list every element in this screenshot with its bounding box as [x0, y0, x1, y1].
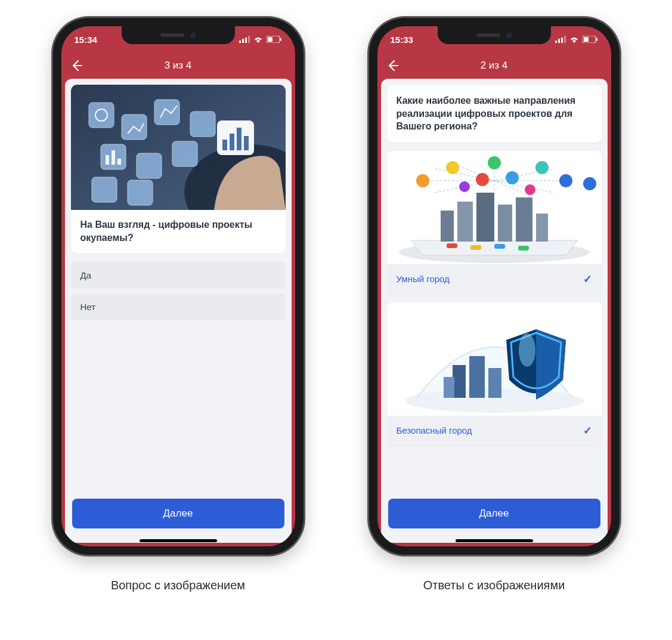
svg-rect-45	[470, 245, 481, 250]
app-header: 2 из 4	[377, 52, 611, 79]
wifi-icon	[253, 36, 263, 43]
image-answer-safe-city[interactable]: Безопасный город ✓	[387, 302, 602, 446]
svg-rect-31	[564, 36, 566, 43]
home-indicator[interactable]	[456, 539, 533, 542]
answer-label-row: Безопасный город ✓	[387, 416, 602, 446]
svg-rect-20	[222, 140, 227, 150]
svg-rect-39	[457, 202, 473, 242]
svg-point-55	[476, 173, 489, 186]
question-image	[71, 85, 286, 210]
svg-rect-10	[89, 103, 114, 128]
svg-rect-67	[488, 368, 501, 398]
svg-rect-42	[516, 197, 532, 242]
svg-point-54	[446, 161, 459, 174]
svg-rect-27	[117, 159, 121, 165]
svg-rect-38	[441, 211, 454, 242]
svg-rect-3	[248, 36, 250, 43]
question-card: На Ваш взгляд - цифровые проекты окупаем…	[71, 85, 286, 253]
svg-rect-1	[242, 39, 244, 43]
answer-option-no[interactable]: Нет	[71, 293, 286, 320]
question-text: Какие наиболее важные направления реализ…	[387, 85, 602, 143]
svg-rect-12	[154, 100, 179, 125]
svg-point-62	[583, 177, 596, 190]
page-progress-title: 3 из 4	[61, 60, 295, 72]
answer-label-row: Умный город ✓	[387, 264, 602, 294]
wifi-icon	[569, 36, 579, 43]
answer-option-yes[interactable]: Да	[71, 262, 286, 289]
app-header: 3 из 4	[61, 52, 295, 79]
svg-rect-40	[476, 193, 494, 242]
image-answer-smart-city[interactable]: Умный город ✓	[387, 151, 602, 294]
device-notch	[122, 26, 235, 44]
next-button-label: Далее	[479, 508, 509, 519]
signal-icon	[555, 36, 566, 43]
svg-rect-44	[447, 243, 457, 248]
content-area: Какие наиболее важные направления реализ…	[381, 79, 608, 543]
svg-rect-22	[237, 128, 241, 150]
svg-rect-33	[584, 37, 589, 42]
answer-option-label: Нет	[80, 302, 96, 312]
svg-point-69	[519, 333, 535, 367]
battery-icon	[583, 36, 598, 43]
checkmark-icon: ✓	[583, 424, 592, 437]
svg-rect-5	[268, 37, 272, 42]
svg-point-60	[459, 181, 470, 192]
scroll-content[interactable]: На Ваш взгляд - цифровые проекты окупаем…	[65, 79, 292, 499]
svg-point-58	[535, 161, 549, 174]
svg-rect-29	[558, 39, 560, 43]
answer-option-label: Да	[80, 270, 92, 280]
svg-rect-46	[494, 244, 505, 249]
back-arrow-icon[interactable]	[70, 59, 88, 72]
answer-image	[387, 151, 602, 264]
content-area: На Ваш взгляд - цифровые проекты окупаем…	[65, 79, 292, 543]
svg-rect-15	[137, 153, 162, 178]
svg-rect-66	[469, 356, 485, 398]
svg-rect-2	[245, 38, 247, 43]
svg-rect-43	[536, 214, 548, 242]
svg-point-57	[506, 171, 519, 184]
svg-rect-21	[230, 134, 234, 150]
next-button[interactable]: Далее	[72, 499, 284, 528]
svg-rect-26	[112, 150, 115, 165]
status-time: 15:34	[75, 35, 97, 45]
svg-point-53	[416, 174, 429, 187]
svg-rect-68	[444, 377, 454, 398]
svg-rect-13	[190, 112, 215, 137]
next-button[interactable]: Далее	[388, 499, 600, 528]
svg-rect-18	[128, 180, 153, 205]
svg-point-61	[525, 184, 535, 195]
svg-rect-41	[498, 205, 512, 242]
svg-rect-17	[92, 177, 117, 202]
back-arrow-icon[interactable]	[386, 59, 404, 72]
svg-point-59	[559, 174, 572, 187]
phone-mockup-right: 15:33 2 из 4	[369, 18, 620, 555]
svg-rect-28	[555, 41, 557, 43]
page-progress-title: 2 из 4	[377, 60, 611, 72]
svg-rect-6	[280, 38, 281, 41]
scroll-content[interactable]: Какие наиболее важные направления реализ…	[381, 79, 608, 499]
answer-label: Безопасный город	[397, 425, 472, 435]
question-text: На Ваш взгляд - цифровые проекты окупаем…	[71, 210, 286, 253]
battery-icon	[267, 36, 282, 43]
question-card: Какие наиболее важные направления реализ…	[387, 85, 602, 143]
svg-rect-16	[172, 141, 197, 166]
svg-rect-47	[518, 246, 529, 251]
caption-right: Ответы с изображениями	[369, 579, 620, 592]
phone-mockup-left: 15:34 3 из 4	[53, 18, 304, 555]
svg-rect-30	[561, 38, 563, 43]
svg-rect-0	[239, 41, 241, 43]
caption-left: Вопрос с изображением	[53, 579, 304, 592]
bottom-button-bar: Далее	[65, 493, 292, 543]
bottom-button-bar: Далее	[381, 493, 608, 543]
home-indicator[interactable]	[140, 539, 217, 542]
next-button-label: Далее	[163, 508, 193, 519]
answer-label: Умный город	[397, 274, 450, 284]
svg-point-56	[488, 156, 501, 169]
svg-rect-23	[244, 136, 249, 150]
svg-rect-65	[453, 365, 466, 398]
svg-rect-34	[596, 38, 597, 41]
status-time: 15:33	[391, 35, 413, 45]
answer-image	[387, 302, 602, 416]
signal-icon	[239, 36, 250, 43]
checkmark-icon: ✓	[583, 273, 592, 286]
